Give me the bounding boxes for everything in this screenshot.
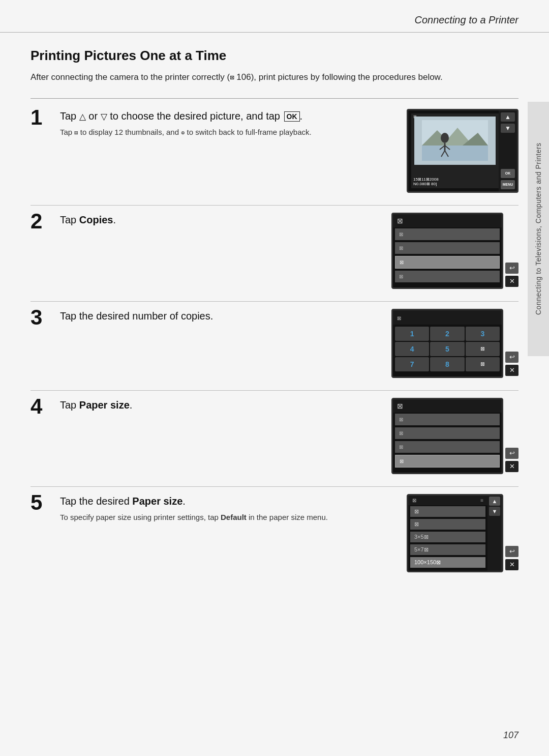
step-2-text: Tap Copies. bbox=[60, 213, 381, 227]
step-4-number: 4 bbox=[30, 396, 55, 417]
step-3-row: 3 Tap the desired number of copies. ⊠ 1 … bbox=[30, 309, 518, 378]
side-controls-4: ↩ ✕ bbox=[505, 448, 518, 474]
step-1-row: 1 Tap △ or ▽ to choose the desired pictu… bbox=[30, 109, 518, 193]
step-2-number: 2 bbox=[30, 211, 55, 232]
svg-point-5 bbox=[441, 133, 449, 143]
menu-row-4-3[interactable]: ⊠ bbox=[395, 441, 500, 453]
paper-row-2[interactable]: ⊠ bbox=[410, 519, 485, 530]
step-1-subtext: Tap ⊞ to display 12 thumbnails, and ⊕ to… bbox=[60, 127, 396, 138]
numpad-sym2[interactable]: ⊠ bbox=[466, 357, 500, 371]
step-1-image: ⊠ bbox=[407, 109, 518, 193]
menu-header-2: ⊠ bbox=[393, 214, 502, 227]
menu-row-2-1-label: ⊠ bbox=[399, 231, 403, 237]
ok-icon: OK bbox=[284, 111, 300, 122]
menu-row-2-1[interactable]: ⊠ bbox=[395, 228, 500, 240]
menu-row-2-4-label: ⊠ bbox=[399, 274, 403, 279]
page-number: 107 bbox=[503, 730, 518, 741]
paper-row-1[interactable]: ⊠ bbox=[410, 506, 485, 517]
section-title: Printing Pictures One at a Time bbox=[30, 48, 518, 64]
cam-date: 15⊠11⊠2008 bbox=[413, 177, 499, 182]
numpad-sym1[interactable]: ⊠ bbox=[466, 342, 500, 356]
menu-screen-2: ⊠ ⊠ ⊠ ⊠ ⊠ bbox=[391, 213, 503, 289]
back-btn-3[interactable]: ↩ bbox=[505, 352, 518, 363]
camera-sidebar: ▲ ▼ OK MENU bbox=[499, 110, 517, 191]
numpad-2[interactable]: 2 bbox=[430, 327, 464, 341]
step-4-content: Tap Paper size. bbox=[55, 398, 381, 416]
cam-num: N0.080⊠ 80] bbox=[413, 182, 499, 186]
step-1-text: Tap △ or ▽ to choose the desired picture… bbox=[60, 109, 396, 124]
step-5-text: Tap the desired Paper size. bbox=[60, 494, 396, 509]
step-3-image: ⊠ 1 2 3 4 5 ⊠ 7 8 ⊠ bbox=[391, 309, 518, 378]
numpad-8[interactable]: 8 bbox=[430, 357, 464, 371]
x-btn-2[interactable]: ✕ bbox=[505, 276, 518, 287]
step-5-number: 5 bbox=[30, 492, 55, 513]
menu-row-4-2-label: ⊠ bbox=[399, 430, 403, 436]
menu-row-2-3[interactable]: ⊠ bbox=[395, 256, 500, 269]
paper-row-4[interactable]: 5×7⊠ bbox=[410, 544, 485, 555]
main-content: Printing Pictures One at a Time After co… bbox=[0, 33, 549, 600]
vertical-label: Connecting to Televisions, Computers and… bbox=[528, 102, 549, 356]
cam-down-btn[interactable]: ▼ bbox=[501, 124, 515, 133]
step-3-text: Tap the desired number of copies. bbox=[60, 309, 381, 324]
numpad-grid: 1 2 3 4 5 ⊠ 7 8 ⊠ bbox=[393, 325, 502, 373]
back-btn-5[interactable]: ↩ bbox=[505, 546, 518, 557]
camera-photo-area bbox=[414, 117, 496, 165]
numpad-1[interactable]: 1 bbox=[395, 327, 429, 341]
menu-row-2-2-label: ⊠ bbox=[399, 245, 403, 251]
cam-up-btn[interactable]: ▲ bbox=[501, 112, 515, 122]
paper-list-nav: ▲ ▼ bbox=[487, 496, 502, 571]
menu-x-icon-2: ⊠ bbox=[397, 217, 403, 225]
paper-down-btn[interactable]: ▼ bbox=[489, 507, 500, 516]
numpad-5[interactable]: 5 bbox=[430, 342, 464, 356]
divider-3 bbox=[30, 390, 518, 391]
numpad-7[interactable]: 7 bbox=[395, 357, 429, 371]
step-5-row: 5 Tap the desired Paper size. To specify… bbox=[30, 494, 518, 572]
paper-list-main: ⊠ ≡ ⊠ ⊠ 3×5⊠ 5×7⊠ 100×150⊠ bbox=[408, 496, 487, 571]
menu-row-2-2[interactable]: ⊠ bbox=[395, 242, 500, 254]
step-4-row: 4 Tap Paper size. ⊠ ⊠ ⊠ bbox=[30, 398, 518, 474]
step-3-content: Tap the desired number of copies. bbox=[55, 309, 381, 327]
menu-spacer-2 bbox=[393, 283, 502, 287]
menu-x-icon-4: ⊠ bbox=[397, 402, 403, 410]
cam-menu-btn[interactable]: MENU bbox=[501, 180, 515, 189]
numpad-3[interactable]: 3 bbox=[466, 327, 500, 341]
numpad-screen: ⊠ 1 2 3 4 5 ⊠ 7 8 ⊠ bbox=[391, 309, 503, 378]
menu-row-4-2[interactable]: ⊠ bbox=[395, 427, 500, 439]
side-controls-3: ↩ ✕ bbox=[505, 352, 518, 378]
divider-4 bbox=[30, 486, 518, 487]
step-2-content: Tap Copies. bbox=[55, 213, 381, 230]
x-btn-4[interactable]: ✕ bbox=[505, 461, 518, 472]
divider-1 bbox=[30, 205, 518, 206]
step-2-row: 2 Tap Copies. ⊠ ⊠ ⊠ bbox=[30, 213, 518, 289]
cam-ok-btn[interactable]: OK bbox=[501, 169, 515, 178]
step-1-number: 1 bbox=[30, 107, 55, 128]
numpad-bottom-space bbox=[393, 373, 502, 376]
svg-rect-4 bbox=[422, 146, 488, 161]
paper-row-5[interactable]: 100×150⊠ bbox=[410, 557, 485, 568]
x-btn-5[interactable]: ✕ bbox=[505, 559, 518, 570]
step-4-text: Tap Paper size. bbox=[60, 398, 381, 413]
back-btn-2[interactable]: ↩ bbox=[505, 263, 518, 274]
paper-up-btn[interactable]: ▲ bbox=[489, 497, 500, 506]
menu-row-4-4-label: ⊠ bbox=[400, 458, 404, 464]
menu-row-2-4[interactable]: ⊠ bbox=[395, 271, 500, 282]
header-title: Connecting to a Printer bbox=[414, 14, 518, 26]
paper-list-header: ⊠ ≡ bbox=[408, 496, 487, 505]
paper-list-indicator: ⊠ bbox=[412, 498, 416, 503]
back-btn-4[interactable]: ↩ bbox=[505, 448, 518, 459]
menu-row-4-4[interactable]: ⊠ bbox=[395, 455, 500, 468]
page: Connecting to a Printer Printing Picture… bbox=[0, 0, 549, 756]
menu-screen-4: ⊠ ⊠ ⊠ ⊠ ⊠ bbox=[391, 398, 503, 474]
menu-row-4-1[interactable]: ⊠ bbox=[395, 414, 500, 425]
numpad-4[interactable]: 4 bbox=[395, 342, 429, 356]
numpad-indicator: ⊠ bbox=[397, 315, 401, 321]
paper-row-3[interactable]: 3×5⊠ bbox=[410, 532, 485, 542]
step-4-image: ⊠ ⊠ ⊠ ⊠ ⊠ ↩ bbox=[391, 398, 518, 474]
menu-row-4-3-label: ⊠ bbox=[399, 444, 403, 450]
x-btn-3[interactable]: ✕ bbox=[505, 365, 518, 376]
step-5-content: Tap the desired Paper size. To specify p… bbox=[55, 494, 396, 523]
camera-photo-svg bbox=[422, 120, 488, 161]
step-5-image: ⊠ ≡ ⊠ ⊠ 3×5⊠ 5×7⊠ 100×150⊠ bbox=[407, 494, 518, 572]
top-header: Connecting to a Printer bbox=[0, 0, 549, 33]
side-controls-2: ↩ ✕ bbox=[505, 263, 518, 289]
